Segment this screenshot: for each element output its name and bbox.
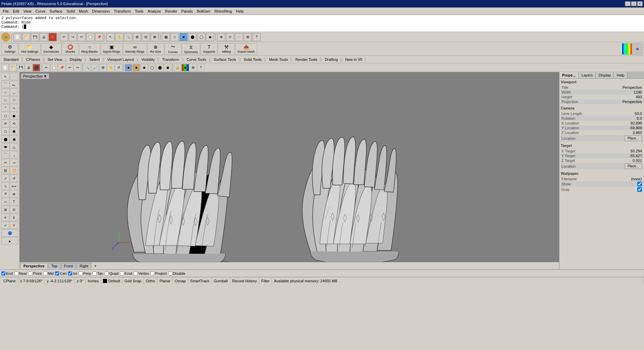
snap-mid[interactable]: Mid [43, 271, 54, 276]
grid-toggle-tool[interactable]: ⊞ [1, 206, 10, 213]
open-button[interactable]: 📂 [22, 33, 30, 41]
filter-tool[interactable]: ▲ [1, 237, 18, 245]
snap-knot-checkbox[interactable] [120, 271, 124, 276]
box-tool[interactable]: ▣ [10, 135, 18, 143]
maximize-button[interactable]: □ [631, 1, 637, 6]
point-tool[interactable]: · [10, 73, 18, 80]
redo-std-btn[interactable]: ↪ [74, 64, 81, 71]
scale-tool[interactable]: ⤡ [1, 182, 10, 190]
sweep-tool[interactable]: ⟲ [10, 120, 18, 127]
cut-button[interactable]: ✂ [77, 33, 86, 41]
snap-cen[interactable]: Cen [55, 271, 67, 276]
menu-surface[interactable]: Surface [48, 9, 65, 14]
copy-button[interactable]: 📋 [86, 33, 94, 41]
display-mode-icon[interactable]: ▦ [162, 33, 170, 41]
rp-target-place-button[interactable]: Place... [625, 163, 642, 169]
cylinder-tool[interactable]: ⬬ [1, 143, 10, 151]
zoom-extents-icon[interactable]: ⊞ [133, 33, 141, 41]
rp-show-checkbox[interactable] [637, 182, 642, 186]
rg-re-size-button[interactable]: ⊕ Re-Size [147, 43, 164, 55]
rp-tab-properties[interactable]: Prope... [559, 72, 579, 78]
tab-curve-tools[interactable]: Curve Tools [184, 57, 209, 62]
tab-new-v5[interactable]: New in V5 [343, 57, 365, 62]
snap-tan-checkbox[interactable] [92, 271, 97, 276]
rg-symmetry-button[interactable]: ⧖ Symmetry [182, 43, 201, 55]
pan-std-btn[interactable]: ✋ [107, 64, 115, 71]
rhino-logo-icon[interactable]: 🦏 [1, 33, 10, 41]
move-tool[interactable]: ⤢ [1, 174, 10, 182]
wireframe-btn[interactable]: ■ [125, 64, 132, 71]
open-file-btn[interactable]: 📂 [9, 64, 17, 71]
rg-signet-rings-button[interactable]: ▣ Signet Rings [101, 43, 123, 55]
snap-quad[interactable]: Quad [105, 271, 119, 276]
rp-camera-place-button[interactable]: Place... [625, 135, 642, 141]
rg-extra-button[interactable]: ⊞ [632, 43, 643, 55]
menu-file[interactable]: File [1, 9, 11, 14]
tab-viewport-layout[interactable]: Viewport Layout [104, 57, 137, 62]
viewport-dropdown-icon[interactable]: ▼ [43, 74, 47, 78]
snap-int-checkbox[interactable] [68, 271, 72, 276]
revolve-tool[interactable]: ⟳ [1, 120, 10, 127]
status-record-history[interactable]: Record History [230, 277, 259, 284]
rotate-std-btn[interactable]: ↺ [115, 64, 122, 71]
snap-near[interactable]: Near [14, 271, 27, 276]
polyline-tool[interactable]: ⌳ [10, 81, 18, 88]
shade-btn[interactable]: ■ [133, 64, 140, 71]
blend-curve-tool[interactable]: ∿ [10, 104, 18, 112]
snap-knot[interactable]: Knot [120, 271, 133, 276]
properties-tool[interactable]: ℹ [10, 214, 18, 221]
tab-solid-tools[interactable]: Solid Tools [241, 57, 265, 62]
flat-btn[interactable]: ▣ [164, 64, 171, 71]
zoom-ext-btn[interactable]: ⊞ [99, 64, 107, 71]
zoom-out-btn[interactable]: 🔎 [91, 64, 99, 71]
rg-hist-settings-button[interactable]: 📁 Hist Settings [19, 43, 41, 55]
vp-tab-right[interactable]: Right [76, 263, 91, 269]
cross-tool[interactable]: ✗ [10, 221, 18, 229]
copy-object-tool[interactable]: ⊕ [10, 190, 18, 198]
snap-project-checkbox[interactable] [150, 271, 154, 276]
save-file-btn[interactable]: 💾 [17, 64, 24, 71]
print-btn[interactable]: 🖨 [25, 64, 32, 71]
snap-project[interactable]: Project [150, 271, 167, 276]
snap-vertex[interactable]: Vertex [134, 271, 149, 276]
options-button[interactable]: 🔴 [49, 33, 57, 41]
snap-point-checkbox[interactable] [28, 271, 32, 276]
split-tool[interactable]: ⊸ [10, 159, 18, 166]
snap-perp[interactable]: Perp [79, 271, 91, 276]
grid-snap-icon[interactable]: ⊞ [244, 33, 252, 41]
snap-int[interactable]: Int [68, 271, 77, 276]
snap-end-checkbox[interactable] [1, 271, 5, 276]
ellipse-tool[interactable]: ⬭ [10, 96, 18, 104]
snap-quad-checkbox[interactable] [105, 271, 109, 276]
snap-point[interactable]: Point [28, 271, 41, 276]
toolbar1-more[interactable]: ⋯ [235, 33, 243, 41]
rg-shanks-button[interactable]: ⭕ Shanks [62, 43, 79, 55]
vp-tab-front[interactable]: Front [61, 263, 76, 269]
rg-ring-blanks-button[interactable]: ○ Ring Blanks [79, 43, 100, 55]
menu-boltgen[interactable]: BoltGen [195, 9, 212, 14]
rendered-btn[interactable]: ⬤ [156, 64, 163, 71]
paste-button[interactable]: 📌 [95, 33, 103, 41]
vp-tab-perspective[interactable]: Perspective [20, 263, 48, 269]
help-std-btn[interactable]: ? [197, 64, 205, 71]
tab-visibility[interactable]: Visibility [139, 57, 158, 62]
osnap-toggle-tool[interactable]: 🔵 [1, 229, 18, 237]
xray-icon[interactable]: ◉ [206, 33, 214, 41]
status-filter[interactable]: Filter [259, 277, 272, 284]
print-button[interactable]: 🖨 [40, 33, 48, 41]
status-gumball[interactable]: Gumball [212, 277, 230, 284]
grid-btn[interactable]: ⊞ [189, 64, 197, 71]
patch-tool[interactable]: ⬢ [10, 128, 18, 135]
array-tool[interactable]: ⠿ [1, 190, 10, 198]
minimize-button[interactable]: − [625, 1, 630, 6]
fillet-tool[interactable]: ⌒ [1, 151, 10, 159]
select-icon[interactable]: ↖ [106, 33, 115, 41]
menu-edit[interactable]: Edit [11, 9, 21, 14]
arrow-select-tool[interactable]: ↖ [1, 73, 10, 80]
status-ortho[interactable]: Ortho [144, 277, 158, 284]
paste-std-btn[interactable]: 📌 [58, 64, 66, 71]
tab-transform[interactable]: Transform [159, 57, 182, 62]
lock-btn[interactable]: 🔒 [174, 64, 181, 71]
menu-view[interactable]: View [21, 9, 34, 14]
pan-icon[interactable]: ✋ [115, 33, 123, 41]
